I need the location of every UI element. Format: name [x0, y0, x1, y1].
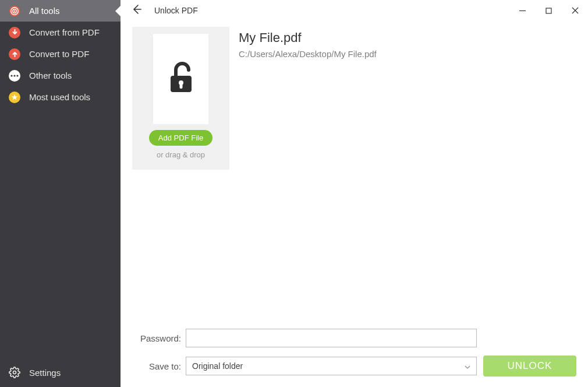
sidebar-footer: Settings — [0, 358, 121, 387]
password-row: Password: — [132, 329, 576, 347]
main-panel: Unlock PDF — [121, 0, 588, 387]
window-controls — [509, 1, 588, 20]
dots-circle-icon — [8, 69, 21, 82]
svg-point-5 — [13, 75, 15, 76]
bottom-bar: Password: Save to: Original folder UNLOC… — [121, 321, 588, 387]
svg-point-4 — [10, 75, 12, 76]
save-to-select[interactable]: Original folder — [186, 357, 477, 375]
unlock-button[interactable]: UNLOCK — [483, 356, 576, 377]
sidebar-item-other-tools[interactable]: Other tools — [0, 65, 121, 86]
close-button[interactable] — [562, 1, 588, 20]
sidebar-item-all-tools[interactable]: All tools — [0, 0, 121, 22]
titlebar: Unlock PDF — [121, 0, 588, 21]
gear-icon — [8, 366, 21, 379]
file-info: My File.pdf C:/Users/Alexa/Desktop/My Fi… — [229, 27, 377, 321]
minimize-button[interactable] — [509, 1, 536, 20]
sidebar-nav: All tools Convert from PDF Convert to PD… — [0, 0, 121, 358]
sidebar-item-settings[interactable]: Settings — [0, 358, 121, 387]
file-card: Add PDF File or drag & drop — [132, 27, 229, 170]
sidebar-item-convert-from-pdf[interactable]: Convert from PDF — [0, 22, 121, 43]
svg-point-6 — [16, 75, 18, 76]
file-path: C:/Users/Alexa/Desktop/My File.pdf — [239, 49, 377, 59]
arrow-up-circle-icon — [8, 48, 21, 61]
add-pdf-button[interactable]: Add PDF File — [149, 130, 212, 146]
file-name: My File.pdf — [239, 30, 377, 45]
sidebar-item-most-used[interactable]: Most used tools — [0, 86, 121, 108]
page-title: Unlock PDF — [154, 6, 198, 15]
sidebar-item-convert-to-pdf[interactable]: Convert to PDF — [0, 43, 121, 65]
arrow-down-circle-icon — [8, 26, 21, 39]
svg-point-7 — [13, 371, 16, 374]
drag-hint: or drag & drop — [157, 150, 205, 159]
chevron-down-icon — [465, 361, 470, 371]
star-circle-icon — [8, 91, 21, 104]
sidebar-item-label: Convert to PDF — [29, 49, 89, 59]
save-row: Save to: Original folder UNLOCK — [132, 356, 576, 377]
save-to-value: Original folder — [192, 361, 243, 371]
sidebar-item-label: Most used tools — [29, 92, 90, 102]
sidebar-item-label: Other tools — [29, 71, 72, 80]
svg-rect-9 — [546, 8, 551, 13]
app-window: All tools Convert from PDF Convert to PD… — [0, 0, 588, 387]
sidebar: All tools Convert from PDF Convert to PD… — [0, 0, 121, 387]
sidebar-item-label: Convert from PDF — [29, 27, 100, 37]
password-input[interactable] — [186, 329, 477, 347]
target-icon — [8, 5, 21, 17]
svg-rect-12 — [179, 84, 182, 89]
svg-point-3 — [14, 10, 15, 11]
password-label: Password: — [132, 333, 186, 343]
content-area: Add PDF File or drag & drop My File.pdf … — [121, 21, 588, 321]
lock-open-icon — [166, 61, 196, 98]
back-button[interactable] — [131, 3, 143, 17]
sidebar-item-label: All tools — [29, 6, 60, 16]
maximize-button[interactable] — [536, 1, 562, 20]
sidebar-item-label: Settings — [29, 368, 61, 378]
save-to-label: Save to: — [132, 361, 186, 371]
file-thumbnail — [153, 34, 208, 124]
